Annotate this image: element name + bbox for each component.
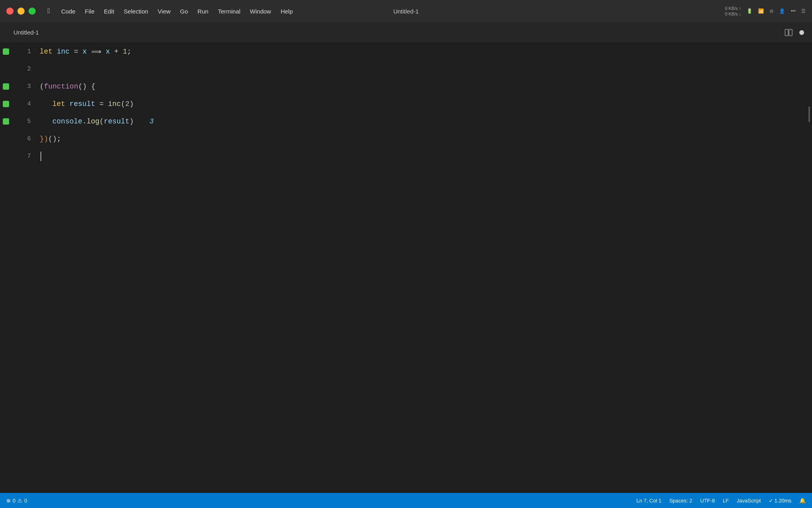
statusbar-right: Ln 7, Col 1 Spaces: 2 UTF-8 LF JavaScrip… [636,498,806,504]
profile-icon: 👤 [779,8,785,14]
code-editor[interactable]: let inc = x ⟹ x + 1; (function() { let r… [36,43,806,493]
breakpoint-5[interactable] [3,118,9,125]
menu-view[interactable]: View [154,6,174,16]
error-number: 0 [13,498,15,504]
cursor-position[interactable]: Ln 7, Col 1 [636,498,661,504]
menu-file[interactable]: File [81,6,98,16]
minimize-button[interactable] [17,8,25,15]
tab-label: Untitled-1 [13,29,39,36]
code-line-6: })(); [40,130,806,148]
menu-run[interactable]: Run [193,6,213,16]
tabbar-right [784,28,804,37]
encoding[interactable]: UTF-8 [700,498,715,504]
window-title: Untitled-1 [393,8,419,15]
menu-terminal[interactable]: Terminal [214,6,245,16]
bp-row-6[interactable] [0,130,12,148]
traffic-lights [6,8,36,15]
breakpoint-4[interactable] [3,101,9,107]
menu-code[interactable]: Code [57,6,79,16]
bp-row-4[interactable] [0,95,12,113]
menu-go[interactable]: Go [176,6,192,16]
statusbar: ⊗ 0 ⚠ 0 Ln 7, Col 1 Spaces: 2 UTF-8 LF J… [0,493,812,508]
code-line-4: let result = inc(2) [40,95,806,113]
titlebar:  Code File Edit Selection View Go Run T… [0,0,812,22]
code-line-7 [40,148,806,165]
bp-row-5[interactable] [0,113,12,130]
tab-untitled[interactable]: Untitled-1 [8,27,44,38]
more-icon[interactable]: ••• [791,8,796,14]
maximize-button[interactable] [29,8,36,15]
code-line-3: (function() { [40,78,806,95]
line-num-4: 4 [12,95,31,113]
error-icon: ⊗ [6,498,11,504]
list-icon[interactable]: ☰ [801,8,806,14]
menu-bar:  Code File Edit Selection View Go Run T… [44,6,725,17]
tabbar: Untitled-1 [0,22,812,43]
menu-edit[interactable]: Edit [100,6,118,16]
scrollbar-thumb[interactable] [808,106,810,122]
titlebar-right: 0 KB/s ↑ 0 KB/s ↓ 🔋 📶 ⊘ 👤 ••• ☰ [725,6,806,17]
svg-rect-0 [785,29,788,36]
bp-row-7[interactable] [0,148,12,165]
breakpoint-3[interactable] [3,83,9,90]
menu-help[interactable]: Help [277,6,297,16]
code-line-1: let inc = x ⟹ x + 1; [40,43,806,60]
close-button[interactable] [6,8,13,15]
split-editor-icon[interactable] [784,28,793,37]
language-mode[interactable]: JavaScript [737,498,761,504]
battery-icon: 🔋 [747,8,753,14]
line-num-3: 3 [12,78,31,95]
code-line-5: console.log(result) 3 [40,113,806,130]
editor-area: 1 2 3 4 5 6 7 let inc = x ⟹ x + 1; (func… [0,43,812,493]
warning-icon: ⚠ [17,498,22,504]
apple-menu[interactable]:  [44,6,54,17]
line-num-2: 2 [12,60,31,78]
network-info: 0 KB/s ↑ 0 KB/s ↓ [725,6,741,17]
menu-window[interactable]: Window [246,6,275,16]
line-num-5: 5 [12,113,31,130]
unsaved-indicator [799,30,804,35]
breakpoint-gutter [0,43,12,493]
line-num-6: 6 [12,130,31,148]
line-numbers: 1 2 3 4 5 6 7 [12,43,36,493]
svg-rect-1 [789,29,792,36]
error-count[interactable]: ⊗ 0 ⚠ 0 [6,498,27,504]
perf-indicator[interactable]: ✓ 1.20ms [769,498,791,504]
bp-row-3[interactable] [0,78,12,95]
spaces-setting[interactable]: Spaces: 2 [669,498,692,504]
warning-number: 0 [24,498,27,504]
vpn-icon: ⊘ [770,8,774,14]
bp-row-2[interactable] [0,60,12,78]
breakpoint-1[interactable] [3,48,9,55]
eol-setting[interactable]: LF [723,498,729,504]
wifi-icon: 📶 [758,8,764,14]
line-num-1: 1 [12,43,31,60]
bp-row-1[interactable] [0,43,12,60]
code-line-2 [40,60,806,78]
notifications-icon[interactable]: 🔔 [799,498,806,504]
menu-selection[interactable]: Selection [120,6,152,16]
editor-scrollbar[interactable] [806,43,812,493]
line-num-7: 7 [12,148,31,165]
